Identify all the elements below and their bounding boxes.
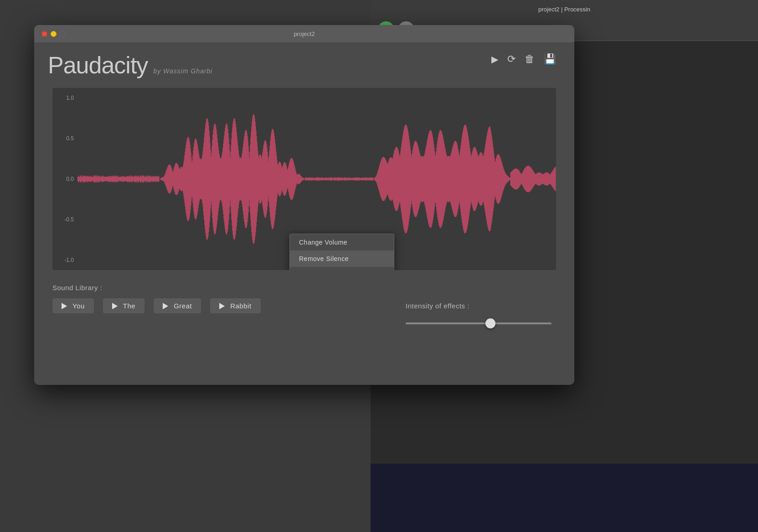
sound-button-great[interactable]: Great — [154, 298, 201, 313]
sound-button-the[interactable]: The — [103, 298, 144, 313]
y-label-4: -0.5 — [56, 216, 74, 223]
sound-label-great: Great — [174, 302, 192, 310]
waveform-container: 1.0 0.5 0.0 -0.5 -1.0 Change Volume Remo… — [52, 88, 556, 270]
window-titlebar: project2 — [34, 25, 574, 42]
y-label-5: -1.0 — [56, 257, 74, 263]
traffic-light-minimize[interactable] — [51, 31, 57, 37]
y-axis: 1.0 0.5 0.0 -0.5 -1.0 — [52, 88, 77, 270]
main-window: project2 Paudacity by Wassim Gharbi ▶ ⟳ … — [34, 25, 574, 385]
sound-label-rabbit: Rabbit — [230, 302, 251, 310]
play-triangle-great — [163, 303, 168, 309]
intensity-label: Intensity of effects : — [406, 302, 552, 310]
window-content: Paudacity by Wassim Gharbi ▶ ⟳ 🗑 💾 1.0 0… — [34, 42, 574, 322]
sound-button-you[interactable]: You — [52, 298, 94, 313]
save-icon[interactable]: 💾 — [544, 53, 556, 65]
play-triangle-you — [62, 303, 67, 309]
ide-titlebar: project2 | Processin — [371, 0, 758, 18]
play-triangle-the — [112, 303, 118, 309]
y-label-3: 0.0 — [56, 176, 74, 182]
ide-bottom-panel — [371, 464, 758, 532]
app-header: Paudacity by Wassim Gharbi — [48, 51, 561, 79]
context-menu: Change Volume Remove Silence Add Silence… — [289, 234, 394, 270]
sound-button-rabbit[interactable]: Rabbit — [210, 298, 260, 313]
play-icon[interactable]: ▶ — [491, 54, 498, 65]
window-title: project2 — [294, 31, 315, 37]
traffic-light-maximize[interactable] — [60, 31, 66, 37]
loop-icon[interactable]: ⟳ — [507, 53, 516, 65]
y-label-2: 0.5 — [56, 135, 74, 142]
traffic-lights — [41, 31, 66, 37]
sound-label-the: The — [123, 302, 135, 310]
sound-library-label: Sound Library : — [52, 284, 556, 292]
toolbar-right: ▶ ⟳ 🗑 💾 — [491, 53, 556, 65]
app-subtitle: by Wassim Gharbi — [153, 67, 212, 75]
y-label-1: 1.0 — [56, 95, 74, 101]
ide-title: project2 | Processin — [538, 6, 590, 13]
traffic-light-close[interactable] — [41, 31, 47, 37]
context-menu-remove-silence[interactable]: Remove Silence — [290, 251, 394, 267]
play-triangle-rabbit — [219, 303, 225, 309]
slider-track — [406, 322, 552, 324]
context-menu-add-silence[interactable]: Add Silence — [290, 267, 394, 270]
slider-thumb[interactable] — [485, 318, 495, 328]
context-menu-change-volume[interactable]: Change Volume — [290, 234, 394, 251]
intensity-area: Intensity of effects : — [406, 302, 552, 330]
slider-container — [406, 317, 552, 330]
sound-label-you: You — [72, 302, 85, 310]
app-title: Paudacity — [48, 51, 148, 79]
trash-icon[interactable]: 🗑 — [525, 53, 535, 65]
slider-fill — [406, 322, 493, 324]
